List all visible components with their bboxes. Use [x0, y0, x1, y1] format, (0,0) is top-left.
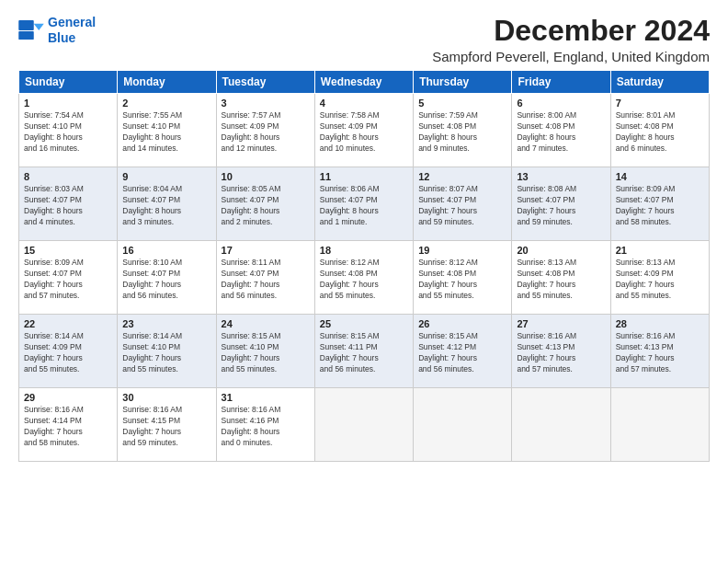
day-number: 24 [222, 318, 310, 329]
day-info: Sunrise: 8:08 AMSunset: 4:07 PMDaylight:… [517, 184, 605, 228]
table-cell: 6Sunrise: 8:00 AMSunset: 4:08 PMDaylight… [512, 94, 610, 167]
table-row: 22Sunrise: 8:14 AMSunset: 4:09 PMDayligh… [19, 315, 710, 388]
day-info: Sunrise: 8:05 AMSunset: 4:07 PMDaylight:… [222, 184, 310, 228]
svg-rect-0 [18, 20, 34, 30]
calendar-table: Sunday Monday Tuesday Wednesday Thursday… [18, 70, 710, 462]
table-cell: 28Sunrise: 8:16 AMSunset: 4:13 PMDayligh… [610, 315, 709, 388]
logo: General Blue [18, 15, 96, 46]
day-info: Sunrise: 7:54 AMSunset: 4:10 PMDaylight:… [24, 110, 112, 155]
table-cell: 23Sunrise: 8:14 AMSunset: 4:10 PMDayligh… [118, 315, 216, 388]
table-cell [610, 388, 709, 462]
day-number: 5 [418, 98, 506, 109]
day-info: Sunrise: 8:04 AMSunset: 4:07 PMDaylight:… [122, 184, 210, 228]
table-cell [314, 388, 413, 462]
day-number: 21 [616, 245, 704, 256]
day-info: Sunrise: 8:13 AMSunset: 4:08 PMDaylight:… [517, 258, 605, 302]
day-info: Sunrise: 8:14 AMSunset: 4:09 PMDaylight:… [24, 331, 112, 375]
table-cell: 16Sunrise: 8:10 AMSunset: 4:07 PMDayligh… [118, 241, 216, 315]
col-wednesday: Wednesday [314, 71, 413, 94]
table-row: 29Sunrise: 8:16 AMSunset: 4:14 PMDayligh… [19, 388, 710, 462]
day-info: Sunrise: 8:00 AMSunset: 4:08 PMDaylight:… [517, 110, 605, 155]
day-number: 16 [122, 245, 210, 256]
table-cell: 19Sunrise: 8:12 AMSunset: 4:08 PMDayligh… [414, 241, 512, 315]
day-info: Sunrise: 8:16 AMSunset: 4:15 PMDaylight:… [122, 405, 210, 449]
table-row: 1Sunrise: 7:54 AMSunset: 4:10 PMDaylight… [19, 94, 710, 167]
day-info: Sunrise: 8:13 AMSunset: 4:09 PMDaylight:… [616, 258, 704, 302]
day-number: 27 [517, 318, 605, 329]
table-cell: 10Sunrise: 8:05 AMSunset: 4:07 PMDayligh… [216, 167, 314, 241]
table-cell: 17Sunrise: 8:11 AMSunset: 4:07 PMDayligh… [216, 241, 314, 315]
day-number: 14 [616, 171, 704, 182]
day-number: 31 [222, 392, 310, 403]
table-cell: 29Sunrise: 8:16 AMSunset: 4:14 PMDayligh… [19, 388, 118, 462]
table-cell: 1Sunrise: 7:54 AMSunset: 4:10 PMDaylight… [19, 94, 118, 167]
header-row: Sunday Monday Tuesday Wednesday Thursday… [19, 71, 710, 94]
day-info: Sunrise: 8:11 AMSunset: 4:07 PMDaylight:… [222, 258, 310, 302]
page: General Blue December 2024 Sampford Peve… [0, 0, 728, 563]
day-info: Sunrise: 8:16 AMSunset: 4:14 PMDaylight:… [24, 405, 112, 449]
table-cell: 2Sunrise: 7:55 AMSunset: 4:10 PMDaylight… [118, 94, 216, 167]
day-info: Sunrise: 8:09 AMSunset: 4:07 PMDaylight:… [616, 184, 704, 228]
col-thursday: Thursday [414, 71, 512, 94]
logo-line1: General [48, 15, 96, 29]
day-info: Sunrise: 8:16 AMSunset: 4:16 PMDaylight:… [222, 405, 310, 449]
table-row: 15Sunrise: 8:09 AMSunset: 4:07 PMDayligh… [19, 241, 710, 315]
day-info: Sunrise: 8:01 AMSunset: 4:08 PMDaylight:… [616, 110, 704, 155]
day-number: 4 [320, 98, 408, 109]
col-saturday: Saturday [610, 71, 709, 94]
logo-line2: Blue [48, 30, 75, 45]
table-cell: 5Sunrise: 7:59 AMSunset: 4:08 PMDaylight… [414, 94, 512, 167]
table-cell: 7Sunrise: 8:01 AMSunset: 4:08 PMDaylight… [610, 94, 709, 167]
table-cell: 20Sunrise: 8:13 AMSunset: 4:08 PMDayligh… [512, 241, 610, 315]
col-tuesday: Tuesday [216, 71, 314, 94]
col-monday: Monday [118, 71, 216, 94]
table-row: 8Sunrise: 8:03 AMSunset: 4:07 PMDaylight… [19, 167, 710, 241]
day-number: 18 [320, 245, 408, 256]
day-number: 1 [24, 98, 112, 109]
table-cell: 8Sunrise: 8:03 AMSunset: 4:07 PMDaylight… [19, 167, 118, 241]
day-number: 12 [418, 171, 506, 182]
table-cell: 4Sunrise: 7:58 AMSunset: 4:09 PMDaylight… [314, 94, 413, 167]
day-number: 22 [24, 318, 112, 329]
day-info: Sunrise: 7:59 AMSunset: 4:08 PMDaylight:… [418, 110, 506, 155]
table-cell: 26Sunrise: 8:15 AMSunset: 4:12 PMDayligh… [414, 315, 512, 388]
day-number: 30 [122, 392, 210, 403]
day-number: 28 [616, 318, 704, 329]
day-number: 3 [222, 98, 310, 109]
day-number: 2 [122, 98, 210, 109]
day-number: 11 [320, 171, 408, 182]
day-number: 23 [122, 318, 210, 329]
table-cell: 15Sunrise: 8:09 AMSunset: 4:07 PMDayligh… [19, 241, 118, 315]
day-info: Sunrise: 8:12 AMSunset: 4:08 PMDaylight:… [418, 258, 506, 302]
table-cell: 31Sunrise: 8:16 AMSunset: 4:16 PMDayligh… [216, 388, 314, 462]
day-info: Sunrise: 8:12 AMSunset: 4:08 PMDaylight:… [320, 258, 408, 302]
day-number: 7 [616, 98, 704, 109]
day-info: Sunrise: 8:15 AMSunset: 4:10 PMDaylight:… [222, 331, 310, 375]
table-cell: 27Sunrise: 8:16 AMSunset: 4:13 PMDayligh… [512, 315, 610, 388]
day-info: Sunrise: 8:07 AMSunset: 4:07 PMDaylight:… [418, 184, 506, 228]
logo-icon [18, 20, 44, 40]
table-cell: 24Sunrise: 8:15 AMSunset: 4:10 PMDayligh… [216, 315, 314, 388]
header: General Blue December 2024 Sampford Peve… [18, 15, 710, 64]
svg-rect-1 [18, 31, 34, 40]
day-info: Sunrise: 8:15 AMSunset: 4:11 PMDaylight:… [320, 331, 408, 375]
day-number: 10 [222, 171, 310, 182]
table-cell: 25Sunrise: 8:15 AMSunset: 4:11 PMDayligh… [314, 315, 413, 388]
day-info: Sunrise: 8:15 AMSunset: 4:12 PMDaylight:… [418, 331, 506, 375]
day-number: 8 [24, 171, 112, 182]
table-cell [414, 388, 512, 462]
location-subtitle: Sampford Peverell, England, United Kingd… [432, 49, 710, 64]
col-sunday: Sunday [19, 71, 118, 94]
day-info: Sunrise: 8:03 AMSunset: 4:07 PMDaylight:… [24, 184, 112, 228]
day-info: Sunrise: 8:10 AMSunset: 4:07 PMDaylight:… [122, 258, 210, 302]
table-cell: 9Sunrise: 8:04 AMSunset: 4:07 PMDaylight… [118, 167, 216, 241]
day-number: 13 [517, 171, 605, 182]
day-info: Sunrise: 7:55 AMSunset: 4:10 PMDaylight:… [122, 110, 210, 155]
day-number: 19 [418, 245, 506, 256]
day-info: Sunrise: 7:57 AMSunset: 4:09 PMDaylight:… [222, 110, 310, 155]
table-cell: 30Sunrise: 8:16 AMSunset: 4:15 PMDayligh… [118, 388, 216, 462]
day-info: Sunrise: 7:58 AMSunset: 4:09 PMDaylight:… [320, 110, 408, 155]
day-number: 9 [122, 171, 210, 182]
table-cell: 18Sunrise: 8:12 AMSunset: 4:08 PMDayligh… [314, 241, 413, 315]
table-cell: 14Sunrise: 8:09 AMSunset: 4:07 PMDayligh… [610, 167, 709, 241]
